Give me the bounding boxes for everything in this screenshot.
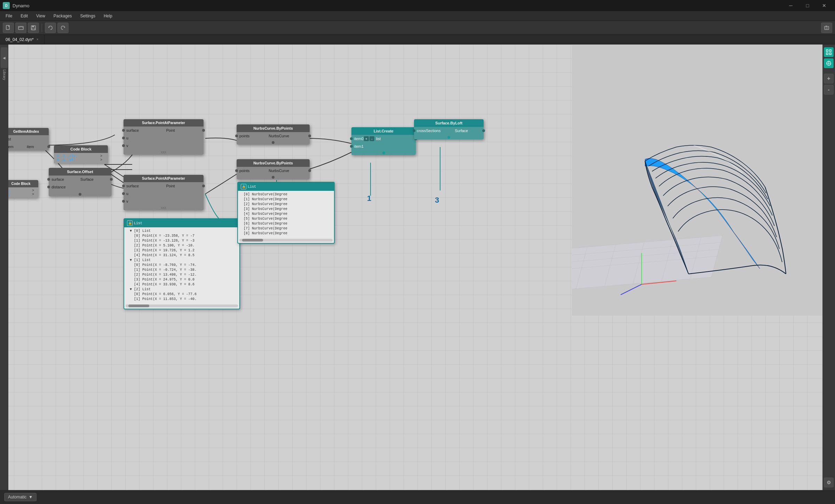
data-preview-points-body: ▼ [0] List [0] Point(X = -23.358, Y = -7… (124, 227, 239, 303)
node-surface-point-at-param-1[interactable]: Surface.PointAtParameter surface Point u… (124, 119, 204, 155)
section-0-label: ▼ [0] List (126, 229, 238, 234)
port-spp1-v[interactable] (122, 144, 125, 147)
plus-button[interactable]: + (364, 136, 369, 141)
node-nurbs-by-points-1[interactable]: NurbsCurve.ByPoints points NurbsCurve (237, 124, 310, 145)
library-label: Library (2, 70, 6, 80)
zoom-out-button[interactable]: - (824, 85, 834, 95)
point-0-4: [4] Point(X = 31.124, Y = 8.5 (126, 253, 238, 258)
port-item0[interactable] (350, 137, 353, 140)
preview-scrollbar[interactable] (126, 304, 238, 307)
nurbs-item-0: [0] NurbsCurve(Degree (239, 192, 333, 197)
menu-view[interactable]: View (32, 12, 49, 20)
port-cross-sections[interactable] (413, 129, 415, 132)
settings-view-button[interactable]: ⚙ (824, 478, 834, 487)
menu-help[interactable]: Help (100, 12, 117, 20)
menu-packages[interactable]: Packages (49, 12, 76, 20)
fit-view-button[interactable] (824, 47, 834, 57)
port-surface-out[interactable] (110, 178, 113, 181)
minus-button[interactable]: - (369, 136, 374, 141)
port-nurbs2-out[interactable] (308, 169, 311, 172)
node-get-item-at-index[interactable]: GetItemAtIndex list item item (3, 128, 49, 151)
new-button[interactable] (3, 23, 14, 33)
port-distance[interactable] (47, 186, 50, 188)
label-number-1: 1 (367, 194, 371, 203)
output-surface: Surface (80, 177, 94, 181)
point-0-3: [3] Point(X = 19.726, Y = 1.2 (126, 248, 238, 253)
minimize-button[interactable]: ─ (783, 0, 799, 11)
save-button[interactable] (28, 23, 39, 33)
tab-close-button[interactable]: × (37, 38, 39, 41)
menu-settings[interactable]: Settings (76, 12, 100, 20)
undo-button[interactable] (45, 23, 56, 33)
port-item1[interactable] (350, 145, 353, 148)
node-list-create[interactable]: List.Create item0 + - list item1 (351, 127, 416, 155)
nurbs-scrollbar[interactable] (239, 239, 333, 242)
port-spp1-point-out[interactable] (202, 129, 205, 132)
menu-file[interactable]: File (1, 12, 16, 20)
tabbar: 06_04_02.dyn* × (0, 35, 835, 44)
preview-header-label: List (134, 221, 142, 225)
node-surface-offset[interactable]: Surface.Offset surface Surface distance (49, 168, 111, 196)
redo-button[interactable] (57, 23, 69, 33)
menu-edit[interactable]: Edit (16, 12, 32, 20)
close-button[interactable]: ✕ (816, 0, 832, 11)
screenshot-button[interactable] (821, 23, 832, 33)
port-spp1-u[interactable] (122, 137, 125, 139)
port-spp2-surface[interactable] (122, 185, 125, 187)
port-spp2-point-out[interactable] (202, 185, 205, 187)
label-spp1-u: u (126, 136, 128, 140)
port-spp2-u[interactable] (122, 192, 125, 195)
background-toggle-button[interactable] (824, 58, 834, 68)
library-toggle[interactable]: ◀ (1, 47, 8, 68)
port-spp1-surface[interactable] (122, 129, 125, 132)
output-nurbs2: NurbsCurve (269, 169, 289, 173)
nurbs-item-5: [5] NurbsCurve(Degree (239, 217, 333, 221)
port-nurbs1-out[interactable] (308, 135, 311, 137)
port-loft-surface-out[interactable] (482, 129, 485, 132)
tab-label: 06_04_02.dyn* (6, 37, 34, 42)
node-surface-by-loft[interactable]: Surface.ByLoft crossSections Surface (414, 119, 484, 139)
window-controls: ─ □ ✕ (783, 0, 832, 11)
svg-rect-1 (18, 26, 23, 30)
point-1-1: [1] Point(X = -0.724, Y = -38. (126, 268, 238, 273)
svg-rect-23 (829, 50, 831, 51)
port-nurbs1-points[interactable] (235, 135, 238, 137)
node-code-block-1[interactable]: Code Block 0..1..#10; > 0..1..#5; > (54, 145, 108, 163)
nurbs-item-1: [1] NurbsCurve(Degree (239, 197, 333, 202)
nurbs-item-8: [8] NurbsCurve(Degree (239, 231, 333, 236)
svg-rect-5 (825, 26, 829, 30)
port-nurbs2-bottom (272, 176, 275, 179)
open-button[interactable] (15, 23, 26, 33)
data-preview-points-header: 🔒 List (124, 219, 239, 227)
node-header-nurbs1: NurbsCurve.ByPoints (237, 124, 310, 132)
node-header-nurbs2: NurbsCurve.ByPoints (237, 159, 310, 167)
point-0-1: [1] Point(X = -13.126, Y = -3 (126, 238, 238, 243)
output-item: item (27, 145, 34, 149)
output-loft-surface: Surface (455, 129, 468, 133)
nurbs-item-6: [6] NurbsCurve(Degree (239, 221, 333, 226)
point-1-4: [4] Point(X = 33.930, Y = 8.6 (126, 282, 238, 287)
execution-mode-selector[interactable]: Automatic ▼ (4, 493, 37, 501)
svg-rect-24 (826, 53, 828, 55)
preview-scrollbar-thumb[interactable] (128, 304, 149, 307)
port-surface-in[interactable] (47, 178, 50, 181)
spp1-bottom-info: xxx (124, 149, 204, 155)
port-spp2-v[interactable] (122, 200, 125, 203)
zoom-in-button[interactable]: + (824, 74, 834, 83)
canvas[interactable]: GetItemAtIndex list item item Code Block… (0, 44, 835, 490)
app-icon: D (3, 2, 10, 9)
node-surface-point-at-param-2[interactable]: Surface.PointAtParameter surface Point u… (124, 175, 204, 210)
point-1-0: [0] Point(X = -8.769, Y = -74. (126, 263, 238, 268)
label-spp1-surface: surface (126, 128, 139, 132)
maximize-button[interactable]: □ (800, 0, 816, 11)
node-code-block-2[interactable]: Code Block 0; > 0; > (3, 180, 38, 198)
nurbs-scrollbar-thumb[interactable] (242, 239, 263, 242)
node-header-code2: Code Block (3, 180, 38, 187)
node-nurbs-by-points-2[interactable]: NurbsCurve.ByPoints points NurbsCurve (237, 159, 310, 179)
port-nurbs2-points[interactable] (235, 169, 238, 172)
tab-file[interactable]: 06_04_02.dyn* × (0, 35, 45, 44)
right-toolbar: + - ⚙ (822, 44, 835, 490)
port-item-out[interactable] (47, 145, 50, 148)
label-surface: surface (51, 177, 64, 181)
data-preview-nurbs-body: [0] NurbsCurve(Degree [1] NurbsCurve(Deg… (238, 191, 334, 237)
